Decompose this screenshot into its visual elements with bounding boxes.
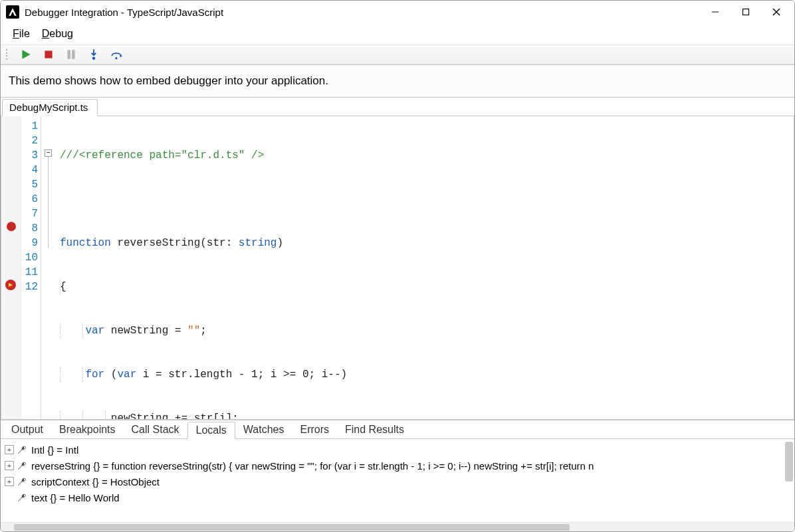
toolbar — [1, 44, 794, 64]
wrench-icon — [17, 460, 27, 471]
tab-findresults[interactable]: Find Results — [337, 422, 412, 439]
tab-errors[interactable]: Errors — [292, 422, 337, 439]
svg-rect-7 — [72, 50, 75, 59]
tab-breakpoints[interactable]: Breakpoints — [51, 422, 124, 439]
svg-rect-6 — [67, 50, 70, 59]
tab-watches[interactable]: Watches — [235, 422, 292, 439]
main-window: Debugger Integration - TypeScript/JavaSc… — [0, 0, 795, 532]
app-icon — [6, 5, 19, 19]
tab-output[interactable]: Output — [3, 422, 51, 439]
expander-icon[interactable]: + — [5, 461, 14, 470]
locals-row[interactable]: text {} = Hello World — [1, 489, 794, 505]
expander-icon[interactable]: + — [5, 477, 14, 486]
wrench-icon — [17, 492, 27, 503]
tab-callstack[interactable]: Call Stack — [124, 422, 187, 439]
window-title: Debugger Integration - TypeScript/JavaSc… — [25, 7, 223, 18]
svg-rect-5 — [45, 50, 52, 58]
info-text: This demo shows how to embed debugger in… — [9, 74, 328, 87]
wrench-icon — [17, 476, 27, 487]
menubar: File Debug — [1, 23, 794, 44]
menu-file[interactable]: File — [13, 28, 30, 40]
pause-button[interactable] — [64, 48, 78, 61]
locals-panel[interactable]: + Intl {} = Intl + reverseString {} = fu… — [1, 439, 794, 522]
toolbar-grip — [6, 48, 9, 61]
run-button[interactable] — [19, 48, 33, 61]
svg-marker-4 — [22, 50, 30, 59]
fold-toggle-icon[interactable]: − — [45, 149, 52, 157]
locals-row[interactable]: + Intl {} = Intl — [1, 442, 794, 458]
menu-debug[interactable]: Debug — [42, 28, 73, 40]
fold-gutter[interactable]: − — [41, 116, 56, 419]
stop-button[interactable] — [42, 48, 55, 61]
tab-locals[interactable]: Locals — [187, 422, 235, 439]
maximize-button[interactable] — [731, 2, 761, 22]
line-number-gutter: 1 2 3 4 5 6 7 8 9 10 11 12 — [21, 116, 41, 419]
step-into-button[interactable] — [87, 48, 100, 61]
breakpoint-gutter[interactable] — [1, 116, 21, 419]
expander-icon[interactable]: + — [5, 445, 14, 454]
expander-icon — [5, 493, 14, 502]
breakpoint-icon[interactable] — [7, 222, 16, 231]
locals-row[interactable]: + reverseString {} = function reverseStr… — [1, 458, 794, 474]
scrollbar-thumb[interactable] — [14, 524, 570, 531]
code-area[interactable]: ///<reference path="clr.d.ts" /> functio… — [56, 116, 794, 419]
code-editor[interactable]: 1 2 3 4 5 6 7 8 9 10 11 12 − ///<referen… — [1, 116, 794, 420]
editor-tab-bar: DebugMyScript.ts — [1, 98, 794, 116]
horizontal-scrollbar[interactable] — [1, 522, 794, 531]
locals-row[interactable]: + scriptContext {} = HostObject — [1, 474, 794, 489]
wrench-icon — [17, 444, 27, 455]
execution-pointer-icon[interactable] — [5, 280, 16, 290]
titlebar: Debugger Integration - TypeScript/JavaSc… — [1, 1, 794, 23]
minimize-button[interactable] — [700, 2, 731, 22]
svg-point-10 — [115, 57, 117, 59]
close-button[interactable] — [761, 2, 792, 22]
info-banner: This demo shows how to embed debugger in… — [1, 64, 794, 98]
panel-tab-bar: Output Breakpoints Call Stack Locals Wat… — [1, 420, 794, 439]
bottom-panel: Output Breakpoints Call Stack Locals Wat… — [1, 420, 794, 531]
step-over-button[interactable] — [110, 48, 123, 61]
editor-tab[interactable]: DebugMyScript.ts — [2, 99, 98, 116]
svg-marker-11 — [9, 283, 13, 287]
svg-point-8 — [92, 56, 96, 60]
vertical-scrollbar[interactable] — [785, 442, 793, 482]
svg-rect-1 — [743, 9, 749, 15]
